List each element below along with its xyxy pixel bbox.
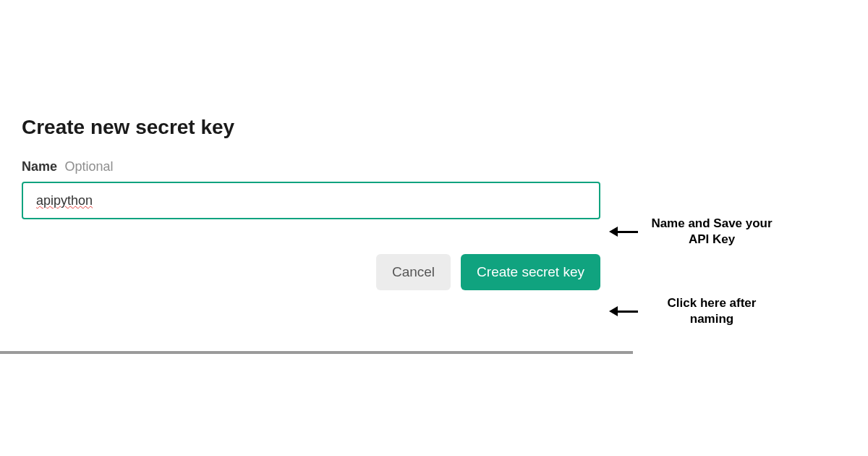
create-secret-key-button[interactable]: Create secret key [461, 254, 600, 290]
name-field-label: Name [22, 159, 57, 174]
arrow-left-icon [609, 306, 638, 316]
dialog-title: Create new secret key [22, 116, 600, 139]
annotation-create-button: Click here after naming [609, 295, 777, 327]
annotation-name-input: Name and Save your API Key [609, 216, 777, 248]
name-input-wrapper: apipython [22, 182, 600, 219]
annotation-text-input: Name and Save your API Key [647, 216, 777, 248]
name-input[interactable] [22, 182, 600, 219]
create-secret-key-dialog: Create new secret key Name Optional apip… [22, 116, 600, 290]
dialog-button-row: Cancel Create secret key [22, 254, 600, 290]
separator-line [0, 351, 633, 354]
arrow-left-icon [609, 227, 638, 237]
field-label-row: Name Optional [22, 159, 600, 174]
annotation-text-button: Click here after naming [647, 295, 777, 327]
name-field-hint: Optional [64, 159, 113, 174]
cancel-button[interactable]: Cancel [376, 254, 451, 290]
